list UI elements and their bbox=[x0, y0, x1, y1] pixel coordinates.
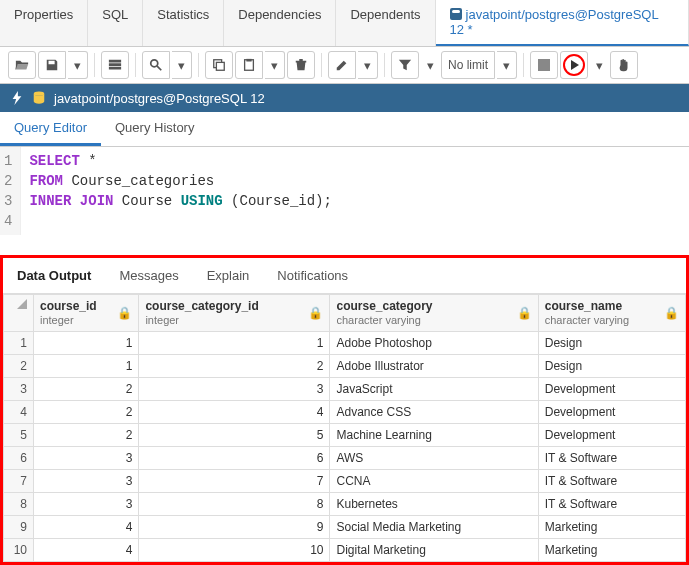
open-file-button[interactable] bbox=[8, 51, 36, 79]
delete-button[interactable] bbox=[287, 51, 315, 79]
tab-query-editor[interactable]: Query Editor bbox=[0, 112, 101, 146]
cell-course-id[interactable]: 3 bbox=[34, 447, 139, 470]
tab-query-tool[interactable]: javatpoint/postgres@PostgreSQL 12 * bbox=[436, 0, 689, 46]
col-header-course-id[interactable]: course_idinteger🔒 bbox=[34, 295, 139, 332]
cell-course-id[interactable]: 2 bbox=[34, 378, 139, 401]
tab-messages[interactable]: Messages bbox=[105, 264, 192, 287]
tab-statistics[interactable]: Statistics bbox=[143, 0, 224, 46]
edit-button[interactable] bbox=[328, 51, 356, 79]
table-row[interactable]: 323JavaScriptDevelopment bbox=[4, 378, 686, 401]
limit-select[interactable]: No limit bbox=[441, 51, 495, 79]
explain-button[interactable] bbox=[610, 51, 638, 79]
cell-course-name[interactable]: IT & Software bbox=[538, 447, 685, 470]
cell-course-id[interactable]: 1 bbox=[34, 355, 139, 378]
tab-explain[interactable]: Explain bbox=[193, 264, 264, 287]
cell-course-id[interactable]: 4 bbox=[34, 539, 139, 562]
execute-dropdown[interactable]: ▾ bbox=[590, 51, 608, 79]
row-number[interactable]: 1 bbox=[4, 332, 34, 355]
table-row[interactable]: 525Machine LearningDevelopment bbox=[4, 424, 686, 447]
cell-course-category-id[interactable]: 8 bbox=[139, 493, 330, 516]
tab-dependents[interactable]: Dependents bbox=[336, 0, 435, 46]
row-number[interactable]: 3 bbox=[4, 378, 34, 401]
cell-course-category-id[interactable]: 4 bbox=[139, 401, 330, 424]
cell-course-category[interactable]: Social Media Marketing bbox=[330, 516, 538, 539]
edit-data-button[interactable] bbox=[101, 51, 129, 79]
cell-course-name[interactable]: Marketing bbox=[538, 516, 685, 539]
tab-data-output[interactable]: Data Output bbox=[3, 264, 105, 287]
tab-notifications[interactable]: Notifications bbox=[263, 264, 362, 287]
cell-course-category-id[interactable]: 3 bbox=[139, 378, 330, 401]
cell-course-id[interactable]: 3 bbox=[34, 493, 139, 516]
row-number[interactable]: 4 bbox=[4, 401, 34, 424]
cell-course-name[interactable]: Marketing bbox=[538, 539, 685, 562]
save-button[interactable] bbox=[38, 51, 66, 79]
filter-button[interactable] bbox=[391, 51, 419, 79]
filter-dropdown[interactable]: ▾ bbox=[421, 51, 439, 79]
tab-query-history[interactable]: Query History bbox=[101, 112, 208, 146]
cell-course-category-id[interactable]: 10 bbox=[139, 539, 330, 562]
table-row[interactable]: 949Social Media MarketingMarketing bbox=[4, 516, 686, 539]
cell-course-category[interactable]: Advance CSS bbox=[330, 401, 538, 424]
row-number[interactable]: 5 bbox=[4, 424, 34, 447]
cell-course-category[interactable]: JavaScript bbox=[330, 378, 538, 401]
paste-dropdown[interactable]: ▾ bbox=[265, 51, 285, 79]
code-area[interactable]: SELECT * FROM Course_categories INNER JO… bbox=[21, 147, 689, 235]
row-number[interactable]: 6 bbox=[4, 447, 34, 470]
tab-sql[interactable]: SQL bbox=[88, 0, 143, 46]
limit-dropdown[interactable]: ▾ bbox=[497, 51, 517, 79]
table-row[interactable]: 838KubernetesIT & Software bbox=[4, 493, 686, 516]
row-number[interactable]: 8 bbox=[4, 493, 34, 516]
cell-course-id[interactable]: 4 bbox=[34, 516, 139, 539]
cell-course-name[interactable]: Design bbox=[538, 355, 685, 378]
cell-course-id[interactable]: 2 bbox=[34, 401, 139, 424]
save-dropdown[interactable]: ▾ bbox=[68, 51, 88, 79]
find-dropdown[interactable]: ▾ bbox=[172, 51, 192, 79]
cell-course-name[interactable]: Design bbox=[538, 332, 685, 355]
cell-course-name[interactable]: Development bbox=[538, 424, 685, 447]
cell-course-category[interactable]: AWS bbox=[330, 447, 538, 470]
execute-button[interactable] bbox=[560, 51, 588, 79]
copy-button[interactable] bbox=[205, 51, 233, 79]
cell-course-category[interactable]: Kubernetes bbox=[330, 493, 538, 516]
tab-dependencies[interactable]: Dependencies bbox=[224, 0, 336, 46]
row-number[interactable]: 10 bbox=[4, 539, 34, 562]
cell-course-id[interactable]: 3 bbox=[34, 470, 139, 493]
col-header-course-category[interactable]: course_categorycharacter varying🔒 bbox=[330, 295, 538, 332]
cell-course-category[interactable]: Adobe Illustrator bbox=[330, 355, 538, 378]
cell-course-category-id[interactable]: 5 bbox=[139, 424, 330, 447]
tab-properties[interactable]: Properties bbox=[0, 0, 88, 46]
paste-button[interactable] bbox=[235, 51, 263, 79]
cell-course-name[interactable]: IT & Software bbox=[538, 493, 685, 516]
cell-course-category[interactable]: Machine Learning bbox=[330, 424, 538, 447]
row-number[interactable]: 7 bbox=[4, 470, 34, 493]
table-row[interactable]: 737CCNAIT & Software bbox=[4, 470, 686, 493]
cell-course-category[interactable]: Adobe Photoshop bbox=[330, 332, 538, 355]
cell-course-category-id[interactable]: 2 bbox=[139, 355, 330, 378]
table-row[interactable]: 111Adobe PhotoshopDesign bbox=[4, 332, 686, 355]
svg-point-0 bbox=[151, 60, 158, 67]
sql-editor[interactable]: 1234 SELECT * FROM Course_categories INN… bbox=[0, 147, 689, 235]
table-row[interactable]: 212Adobe IllustratorDesign bbox=[4, 355, 686, 378]
table-row[interactable]: 10410Digital MarketingMarketing bbox=[4, 539, 686, 562]
cell-course-name[interactable]: Development bbox=[538, 378, 685, 401]
table-row[interactable]: 636AWSIT & Software bbox=[4, 447, 686, 470]
cell-course-category-id[interactable]: 1 bbox=[139, 332, 330, 355]
col-header-course-name[interactable]: course_namecharacter varying🔒 bbox=[538, 295, 685, 332]
row-number[interactable]: 2 bbox=[4, 355, 34, 378]
cell-course-category-id[interactable]: 9 bbox=[139, 516, 330, 539]
cell-course-name[interactable]: IT & Software bbox=[538, 470, 685, 493]
edit-dropdown[interactable]: ▾ bbox=[358, 51, 378, 79]
cell-course-id[interactable]: 2 bbox=[34, 424, 139, 447]
grid-corner[interactable] bbox=[4, 295, 34, 332]
stop-button[interactable] bbox=[530, 51, 558, 79]
table-row[interactable]: 424Advance CSSDevelopment bbox=[4, 401, 686, 424]
cell-course-category-id[interactable]: 7 bbox=[139, 470, 330, 493]
cell-course-category[interactable]: Digital Marketing bbox=[330, 539, 538, 562]
cell-course-category-id[interactable]: 6 bbox=[139, 447, 330, 470]
cell-course-category[interactable]: CCNA bbox=[330, 470, 538, 493]
col-header-course-category-id[interactable]: course_category_idinteger🔒 bbox=[139, 295, 330, 332]
find-button[interactable] bbox=[142, 51, 170, 79]
cell-course-id[interactable]: 1 bbox=[34, 332, 139, 355]
row-number[interactable]: 9 bbox=[4, 516, 34, 539]
cell-course-name[interactable]: Development bbox=[538, 401, 685, 424]
